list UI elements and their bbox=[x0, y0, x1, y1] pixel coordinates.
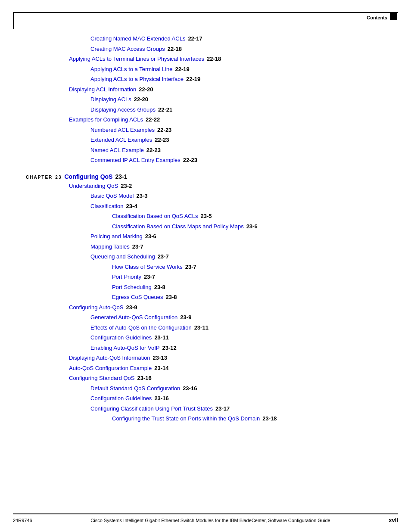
toc-link-port-priority[interactable]: Port Priority bbox=[112, 273, 141, 281]
toc-link-displaying-access-groups[interactable]: Displaying Access Groups bbox=[90, 106, 156, 114]
toc-entry-egress-cos: Egress CoS Queues 23-8 bbox=[26, 293, 385, 302]
toc-entry-queueing-scheduling: Queueing and Scheduling 23-7 bbox=[26, 252, 385, 261]
toc-page-creating-mac-access: 22-18 bbox=[168, 45, 182, 53]
toc-page-auto-qos-example: 23-14 bbox=[154, 364, 168, 373]
toc-entry-examples-compiling: Examples for Compiling ACLs 22-22 bbox=[26, 115, 385, 124]
toc-link-displaying-acl-info[interactable]: Displaying ACL Information bbox=[69, 85, 136, 94]
chapter-pagenum: 23-1 bbox=[115, 173, 127, 180]
toc-entry-creating-named-mac: Creating Named MAC Extended ACLs 22-17 bbox=[26, 34, 385, 43]
toc-page-named-acl: 22-23 bbox=[146, 146, 161, 155]
chapter-label: CHAPTER bbox=[26, 175, 53, 180]
footer-border bbox=[13, 513, 398, 514]
toc-page-displaying-access-groups: 22-21 bbox=[158, 106, 172, 114]
toc-link-applying-acls-terminal-line[interactable]: Applying ACLs to a Terminal Line bbox=[90, 65, 173, 74]
toc-entry-how-class-service: How Class of Service Works 23-7 bbox=[26, 263, 385, 271]
toc-link-classification[interactable]: Classification bbox=[90, 202, 124, 211]
toc-entry-config-guidelines-std: Configuration Guidelines 23-16 bbox=[26, 394, 385, 403]
toc-page-effects-auto-qos: 23-11 bbox=[194, 324, 209, 332]
toc-link-named-acl[interactable]: Named ACL Example bbox=[90, 146, 144, 155]
toc-link-understanding-qos[interactable]: Understanding QoS bbox=[69, 182, 118, 190]
toc-entry-named-acl: Named ACL Example 22-23 bbox=[26, 146, 385, 155]
toc-link-enabling-auto-qos[interactable]: Enabling Auto-QoS for VoIP bbox=[90, 344, 159, 352]
toc-link-creating-mac-access[interactable]: Creating MAC Access Groups bbox=[90, 45, 165, 53]
toc-page-mapping-tables: 23-7 bbox=[132, 243, 143, 251]
chapter-number: 23 bbox=[55, 175, 62, 180]
toc-entry-creating-mac-access: Creating MAC Access Groups 22-18 bbox=[26, 45, 385, 53]
toc-page-enabling-auto-qos: 23-12 bbox=[162, 344, 176, 352]
toc-entry-understanding-qos: Understanding QoS 23-2 bbox=[26, 182, 385, 190]
toc-link-config-guidelines-std[interactable]: Configuration Guidelines bbox=[90, 394, 152, 403]
toc-page-configuring-auto-qos: 23-9 bbox=[126, 303, 137, 312]
toc-page-configuring-trust-state: 23-18 bbox=[262, 414, 277, 423]
toc-link-how-class-service[interactable]: How Class of Service Works bbox=[112, 263, 183, 271]
toc-page-extended-acl: 22-23 bbox=[155, 136, 169, 144]
toc-link-classification-class-maps[interactable]: Classification Based on Class Maps and P… bbox=[112, 222, 244, 231]
toc-link-applying-acls-terminal[interactable]: Applying ACLs to Terminal Lines or Physi… bbox=[69, 55, 204, 63]
toc-link-examples-compiling[interactable]: Examples for Compiling ACLs bbox=[69, 115, 143, 124]
toc-link-generated-auto-qos[interactable]: Generated Auto-QoS Configuration bbox=[90, 313, 177, 322]
toc-entry-config-guidelines-auto: Configuration Guidelines 23-11 bbox=[26, 333, 385, 342]
toc-link-configuring-standard-qos[interactable]: Configuring Standard QoS bbox=[69, 374, 134, 383]
toc-page-classification-qos-acls: 23-5 bbox=[200, 212, 212, 221]
toc-page-understanding-qos: 23-2 bbox=[121, 182, 132, 190]
toc-entry-port-priority: Port Priority 23-7 bbox=[26, 273, 385, 281]
toc-link-egress-cos[interactable]: Egress CoS Queues bbox=[112, 293, 163, 302]
page-container: Contents Creating Named MAC Extended ACL… bbox=[0, 0, 411, 532]
toc-link-creating-named-mac[interactable]: Creating Named MAC Extended ACLs bbox=[90, 34, 185, 43]
toc-link-numbered-acl[interactable]: Numbered ACL Examples bbox=[90, 126, 155, 134]
toc-link-mapping-tables[interactable]: Mapping Tables bbox=[90, 243, 130, 251]
toc-entry-displaying-acl-info: Displaying ACL Information 22-20 bbox=[26, 85, 385, 94]
toc-page-configuring-classification: 23-17 bbox=[215, 404, 230, 413]
toc-entry-generated-auto-qos: Generated Auto-QoS Configuration 23-9 bbox=[26, 313, 385, 322]
toc-entry-displaying-access-groups: Displaying Access Groups 22-21 bbox=[26, 106, 385, 114]
toc-link-default-standard-qos[interactable]: Default Standard QoS Configuration bbox=[90, 384, 180, 393]
toc-entry-policing-marking: Policing and Marking 23-6 bbox=[26, 232, 385, 241]
chapter-title-link[interactable]: Configuring QoS bbox=[64, 173, 112, 180]
toc-entry-displaying-acls: Displaying ACLs 22-20 bbox=[26, 95, 385, 104]
toc-page-config-guidelines-std: 23-16 bbox=[154, 394, 168, 403]
toc-page-config-guidelines-auto: 23-11 bbox=[154, 333, 168, 342]
toc-link-effects-auto-qos[interactable]: Effects of Auto-QoS on the Configuration bbox=[90, 324, 192, 332]
toc-entry-commented-acl: Commented IP ACL Entry Examples 22-23 bbox=[26, 156, 385, 165]
toc-entry-applying-acls-terminal: Applying ACLs to Terminal Lines or Physi… bbox=[26, 55, 385, 63]
toc-entry-configuring-auto-qos: Configuring Auto-QoS 23-9 bbox=[26, 303, 385, 312]
toc-entry-basic-qos-model: Basic QoS Model 23-3 bbox=[26, 192, 385, 200]
toc-link-displaying-auto-qos[interactable]: Displaying Auto-QoS Information bbox=[69, 354, 150, 362]
toc-link-queueing-scheduling[interactable]: Queueing and Scheduling bbox=[90, 252, 155, 261]
toc-page-queueing-scheduling: 23-7 bbox=[158, 252, 169, 261]
toc-link-applying-acls-physical[interactable]: Applying ACLs to a Physical Interface bbox=[90, 75, 184, 84]
top-border bbox=[13, 12, 398, 13]
toc-link-configuring-auto-qos[interactable]: Configuring Auto-QoS bbox=[69, 303, 123, 312]
toc-page-numbered-acl: 22-23 bbox=[157, 126, 171, 134]
toc-entry-mapping-tables: Mapping Tables 23-7 bbox=[26, 243, 385, 251]
toc-link-policing-marking[interactable]: Policing and Marking bbox=[90, 232, 143, 241]
toc-entry-applying-acls-terminal-line: Applying ACLs to a Terminal Line 22-19 bbox=[26, 65, 385, 74]
contents-icon bbox=[390, 13, 397, 20]
toc-link-classification-qos-acls[interactable]: Classification Based on QoS ACLs bbox=[112, 212, 198, 221]
toc-page-generated-auto-qos: 23-9 bbox=[180, 313, 191, 322]
toc-link-port-scheduling[interactable]: Port Scheduling bbox=[112, 283, 152, 292]
toc-entry-classification-qos-acls: Classification Based on QoS ACLs 23-5 bbox=[26, 212, 385, 221]
toc-link-extended-acl[interactable]: Extended ACL Examples bbox=[90, 136, 152, 144]
toc-page-configuring-standard-qos: 23-16 bbox=[137, 374, 151, 383]
toc-entry-effects-auto-qos: Effects of Auto-QoS on the Configuration… bbox=[26, 324, 385, 332]
toc-link-configuring-trust-state[interactable]: Configuring the Trust State on Ports wit… bbox=[112, 414, 260, 423]
toc-entry-numbered-acl: Numbered ACL Examples 22-23 bbox=[26, 126, 385, 134]
toc-link-configuring-classification[interactable]: Configuring Classification Using Port Tr… bbox=[90, 404, 213, 413]
toc-entry-enabling-auto-qos: Enabling Auto-QoS for VoIP 23-12 bbox=[26, 344, 385, 352]
toc-entry-auto-qos-example: Auto-QoS Configuration Example 23-14 bbox=[26, 364, 385, 373]
contents-label: Contents bbox=[367, 15, 387, 20]
toc-page-classification: 23-4 bbox=[126, 202, 137, 211]
toc-link-auto-qos-example[interactable]: Auto-QoS Configuration Example bbox=[69, 364, 152, 373]
footer: 24R9746 Cisco Systems Intelligent Gigabi… bbox=[0, 513, 411, 523]
toc-page-commented-acl: 22-23 bbox=[183, 156, 197, 165]
toc-entry-applying-acls-physical: Applying ACLs to a Physical Interface 22… bbox=[26, 75, 385, 84]
toc-link-config-guidelines-auto[interactable]: Configuration Guidelines bbox=[90, 333, 152, 342]
toc-link-commented-acl[interactable]: Commented IP ACL Entry Examples bbox=[90, 156, 181, 165]
toc-page-displaying-auto-qos: 23-13 bbox=[153, 354, 167, 362]
toc-page-egress-cos: 23-8 bbox=[166, 293, 177, 302]
toc-page-examples-compiling: 22-22 bbox=[146, 115, 160, 124]
toc-link-displaying-acls[interactable]: Displaying ACLs bbox=[90, 95, 131, 104]
toc-entry-port-scheduling: Port Scheduling 23-8 bbox=[26, 283, 385, 292]
toc-link-basic-qos-model[interactable]: Basic QoS Model bbox=[90, 192, 134, 200]
